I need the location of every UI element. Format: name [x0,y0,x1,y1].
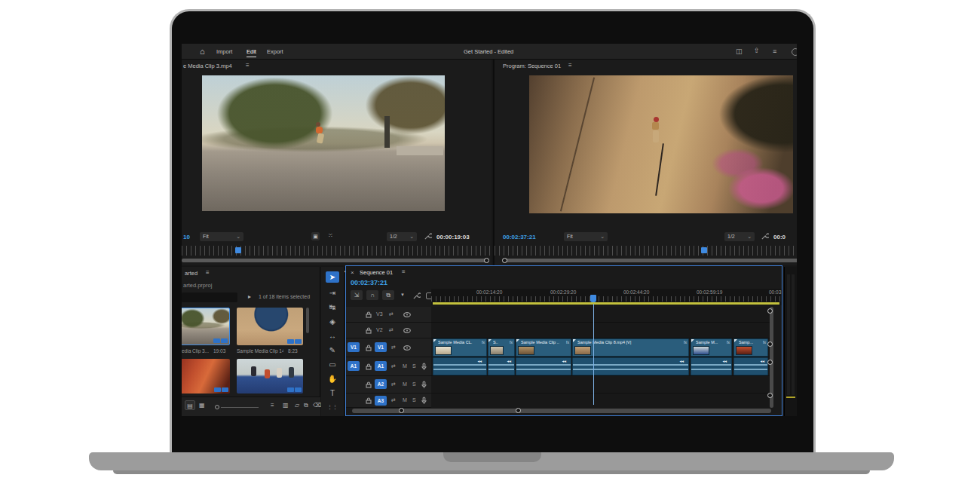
new-item-icon[interactable]: ⧉ [304,402,308,409]
work-area-bar[interactable] [433,302,779,305]
project-scrollbar[interactable] [306,308,309,333]
type-tool[interactable]: T [326,387,339,399]
workspace-icon[interactable]: ◫ [736,47,743,55]
source-panel-menu-icon[interactable]: ≡ [246,62,250,69]
menu-edit[interactable]: Edit [247,48,256,57]
source-zoom-bar[interactable] [182,259,486,262]
timeline-audio-clip[interactable]: ◂◂ [516,357,571,375]
timeline-panel-menu-icon[interactable]: ≡ [402,268,406,275]
button-editor-icon[interactable]: ⁙ [328,232,333,239]
timeline-clip[interactable]: Sample M... fx [691,338,732,357]
zoom-slider-knob[interactable] [215,405,219,409]
home-icon[interactable]: ⌂ [200,47,205,56]
project-item-name[interactable]: Sample Media Clip 14... [237,348,283,354]
v-scroll-knob[interactable] [767,308,773,314]
mute-button[interactable]: M [403,381,407,387]
wrench-icon[interactable] [761,232,769,240]
rectangle-tool[interactable]: ▭ [326,359,339,370]
program-panel-menu-icon[interactable]: ≡ [568,62,572,69]
track-lane-v3[interactable] [431,307,772,323]
track-lane-a3[interactable] [431,394,772,408]
icon-view-icon[interactable]: ▦ [199,402,205,409]
solo-button[interactable]: S [412,381,416,387]
source-video-frame[interactable] [202,75,445,211]
project-panel-menu-icon[interactable]: ≡ [206,269,210,276]
timeline-audio-clip[interactable]: ◂◂ [433,357,487,375]
timeline-clip[interactable]: Samp... fx [733,338,768,357]
project-item-name[interactable]: edia Clip 3... [182,348,209,354]
track-name[interactable]: V2 [376,327,383,332]
lock-icon[interactable] [366,397,372,404]
snap-icon[interactable]: ∩ [366,290,378,300]
add-marker-icon[interactable]: ▼ [400,292,405,297]
solo-button[interactable]: S [412,397,416,403]
mute-button[interactable]: M [403,397,407,403]
hamburger-icon[interactable]: ≡ [773,47,776,55]
program-playhead[interactable] [701,247,707,253]
program-ruler[interactable] [495,246,797,256]
timeline-clip[interactable]: Sample Media CL. fx [433,338,487,357]
eye-icon[interactable] [403,328,411,333]
hand-tool[interactable]: ✋ [326,373,339,384]
lock-icon[interactable] [366,363,372,370]
track-target-v1[interactable]: V1 [375,342,387,352]
sync-lock-icon[interactable]: ⇄ [391,397,396,403]
track-lane-a2[interactable] [431,376,772,394]
zoom-slider-track[interactable] [221,407,259,408]
sort-icon[interactable]: ≡ [271,402,274,409]
pen-tool[interactable]: ✎ [326,345,339,356]
solo-button[interactable]: S [412,363,416,369]
v-scroll-knob[interactable] [767,360,773,365]
eye-icon[interactable] [403,312,411,317]
source-zoom-dropdown[interactable]: 1/2⌄ [387,232,417,241]
folder-icon[interactable]: ▸ [248,293,251,300]
lock-icon[interactable] [366,381,372,388]
program-zoom-bar[interactable] [504,259,797,262]
timeline-clip[interactable]: Sample Media Clip 8.mp4 [V] fx [572,338,689,357]
project-item-thumbnail[interactable] [237,359,303,394]
freeform-icon[interactable]: ▥ [283,402,289,409]
project-item-thumbnail[interactable] [182,308,230,345]
timeline-audio-clip[interactable]: ◂◂ [733,357,768,375]
ripple-edit-tool[interactable]: ↹ [326,302,339,313]
program-fit-dropdown[interactable]: Fit⌄ [564,232,608,241]
timeline-audio-clip[interactable]: ◂◂ [691,357,732,375]
search-icon[interactable] [792,48,797,56]
source-zoom-knob[interactable] [484,258,489,263]
source-playhead[interactable] [235,247,241,253]
timeline-clip[interactable]: S.. fx [488,338,515,357]
project-item-thumbnail[interactable] [182,359,230,394]
program-zoom-dropdown[interactable]: 1/2⌄ [724,232,755,241]
menu-export[interactable]: Export [267,48,283,55]
search-input[interactable] [182,292,237,302]
source-ruler[interactable] [182,246,492,256]
project-item-thumbnail[interactable] [237,308,303,345]
lock-icon[interactable] [366,345,372,351]
timeline-settings-wrench-icon[interactable] [412,292,421,300]
mute-button[interactable]: M [403,363,407,369]
remix-tool[interactable]: ⋮⋮ [326,401,339,412]
nest-toggle-icon[interactable]: ⇲ [351,290,363,300]
track-name[interactable]: V3 [376,311,383,317]
trash-icon[interactable]: ⌫ [313,402,321,409]
h-scroll-knob[interactable] [399,408,404,413]
timeline-tab[interactable]: Sequence 01 [360,269,393,276]
source-patch-a1[interactable]: A1 [348,361,360,371]
track-target-a3[interactable]: A3 [375,396,387,406]
timeline-playhead-head[interactable] [590,295,596,302]
mic-icon[interactable] [421,397,427,405]
selection-tool[interactable]: ➤ [326,271,339,283]
eye-icon[interactable] [403,345,411,351]
timeline-horizontal-scrollbar[interactable] [352,409,771,413]
wrench-icon[interactable] [424,232,432,240]
sync-lock-icon[interactable]: ⇄ [391,381,396,387]
source-fit-dropdown[interactable]: Fit⌄ [200,232,243,241]
lock-icon[interactable] [366,311,372,318]
timeline-audio-clip[interactable]: ◂◂ [572,357,689,375]
linked-selection-icon[interactable]: ⧉ [382,290,394,300]
v-scroll-knob[interactable] [767,393,773,398]
timeline-audio-clip[interactable]: ◂◂ [488,357,515,375]
track-select-tool[interactable]: ⇥ [326,287,339,299]
share-icon[interactable]: ⇧ [754,47,760,54]
program-video-frame[interactable] [529,75,793,213]
